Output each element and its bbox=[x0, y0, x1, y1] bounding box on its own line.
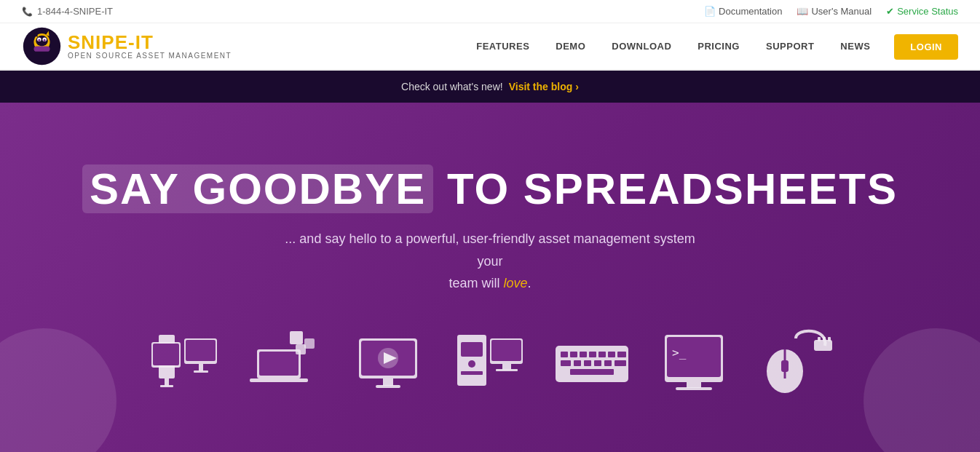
hero-subtitle: ... and say hello to a powerful, user-fr… bbox=[272, 228, 708, 295]
svg-rect-21 bbox=[259, 352, 299, 376]
svg-rect-25 bbox=[296, 344, 306, 354]
login-button[interactable]: LOGIN bbox=[894, 34, 958, 60]
svg-rect-51 bbox=[594, 360, 601, 366]
nav-support[interactable]: SUPPORT bbox=[753, 23, 827, 71]
nav-demo[interactable]: DEMO bbox=[542, 23, 598, 71]
svg-rect-35 bbox=[461, 371, 483, 375]
svg-rect-29 bbox=[376, 385, 400, 388]
announcement-bar: Check out what's new! Visit the blog › bbox=[0, 71, 980, 103]
svg-rect-39 bbox=[496, 369, 518, 371]
svg-point-2 bbox=[36, 36, 48, 47]
users-manual-link[interactable]: 📖 User's Manual bbox=[797, 6, 872, 17]
svg-text:>_: >_ bbox=[672, 346, 687, 360]
laptop-blocks-icon bbox=[246, 324, 326, 404]
svg-rect-23 bbox=[290, 331, 303, 344]
hero-title: SAY GOODBYE TO SPREADSHEETS bbox=[82, 165, 898, 213]
phone-icon: 📞 bbox=[22, 7, 33, 17]
logo[interactable]: SNIPE-IT OPEN SOURCE ASSET MANAGEMENT bbox=[22, 26, 232, 66]
svg-rect-45 bbox=[598, 352, 606, 357]
svg-rect-43 bbox=[580, 352, 587, 357]
phone-number: 1-844-4-SNIPE-IT bbox=[37, 6, 113, 17]
svg-rect-65 bbox=[823, 337, 826, 341]
svg-rect-49 bbox=[574, 360, 581, 366]
monitor-play-icon bbox=[348, 324, 428, 404]
svg-rect-37 bbox=[491, 340, 521, 361]
service-status-link[interactable]: ✔ Service Status bbox=[886, 6, 958, 17]
svg-rect-62 bbox=[781, 360, 789, 372]
decorative-circle-left bbox=[0, 328, 116, 452]
phone-info: 📞 1-844-4-SNIPE-IT bbox=[22, 6, 113, 17]
svg-rect-54 bbox=[570, 369, 614, 375]
nav-news[interactable]: NEWS bbox=[827, 23, 883, 71]
svg-rect-42 bbox=[570, 352, 577, 357]
announcement-text: Check out what's new! bbox=[401, 81, 503, 92]
love-word: love bbox=[503, 276, 527, 290]
svg-rect-33 bbox=[461, 342, 483, 357]
nav-pricing[interactable]: PRICING bbox=[684, 23, 753, 71]
desktop-pc-icon bbox=[144, 324, 224, 404]
hero-title-highlight: SAY GOODBYE bbox=[82, 164, 433, 213]
svg-rect-19 bbox=[194, 370, 208, 373]
tower-pc-icon bbox=[450, 324, 530, 404]
svg-rect-52 bbox=[604, 360, 612, 366]
chevron-right-icon: › bbox=[575, 81, 579, 92]
svg-rect-58 bbox=[687, 382, 701, 388]
svg-rect-18 bbox=[199, 364, 203, 371]
svg-rect-47 bbox=[617, 352, 626, 357]
svg-rect-53 bbox=[615, 360, 626, 366]
svg-point-34 bbox=[468, 360, 475, 368]
svg-rect-17 bbox=[186, 340, 216, 361]
visit-blog-link[interactable]: Visit the blog › bbox=[509, 81, 579, 92]
logo-tagline: OPEN SOURCE ASSET MANAGEMENT bbox=[68, 52, 232, 60]
svg-rect-46 bbox=[608, 352, 615, 357]
svg-rect-10 bbox=[34, 47, 50, 52]
hero-title-part2: TO SPREADSHEETS bbox=[447, 164, 898, 213]
svg-rect-14 bbox=[165, 378, 169, 386]
tech-icons-row: >_ bbox=[130, 324, 850, 404]
logo-icon bbox=[22, 26, 62, 66]
decorative-circle-right bbox=[864, 328, 980, 452]
svg-rect-24 bbox=[304, 338, 315, 349]
svg-rect-44 bbox=[589, 352, 596, 357]
svg-rect-13 bbox=[153, 344, 179, 365]
keyboard-icon bbox=[552, 324, 632, 404]
nav-links: FEATURES DEMO DOWNLOAD PRICING SUPPORT N… bbox=[463, 23, 958, 69]
svg-rect-22 bbox=[250, 378, 308, 382]
mouse-icon bbox=[756, 324, 836, 404]
svg-rect-50 bbox=[584, 360, 591, 366]
svg-point-6 bbox=[44, 39, 46, 41]
svg-rect-64 bbox=[818, 337, 821, 341]
terminal-icon: >_ bbox=[654, 324, 734, 404]
top-bar: 📞 1-844-4-SNIPE-IT 📄 Documentation 📖 Use… bbox=[0, 0, 980, 23]
manual-icon: 📖 bbox=[797, 6, 808, 17]
svg-rect-28 bbox=[383, 378, 393, 386]
svg-rect-15 bbox=[160, 385, 173, 387]
svg-rect-59 bbox=[676, 387, 712, 390]
svg-rect-38 bbox=[502, 364, 511, 370]
nav-download[interactable]: DOWNLOAD bbox=[598, 23, 684, 71]
svg-rect-66 bbox=[828, 337, 831, 341]
svg-rect-48 bbox=[561, 360, 571, 366]
nav-bar: SNIPE-IT OPEN SOURCE ASSET MANAGEMENT FE… bbox=[0, 23, 980, 71]
check-icon: ✔ bbox=[886, 6, 894, 17]
svg-point-5 bbox=[38, 39, 40, 41]
svg-rect-41 bbox=[561, 352, 568, 357]
logo-text: SNIPE-IT OPEN SOURCE ASSET MANAGEMENT bbox=[68, 33, 232, 60]
top-bar-links: 📄 Documentation 📖 User's Manual ✔ Servic… bbox=[704, 6, 958, 17]
logo-name: SNIPE-IT bbox=[68, 33, 232, 52]
hero-section: SAY GOODBYE TO SPREADSHEETS ... and say … bbox=[0, 103, 980, 452]
svg-rect-63 bbox=[814, 340, 832, 351]
nav-features[interactable]: FEATURES bbox=[463, 23, 542, 71]
documentation-link[interactable]: 📄 Documentation bbox=[704, 6, 782, 17]
doc-icon: 📄 bbox=[704, 6, 716, 17]
